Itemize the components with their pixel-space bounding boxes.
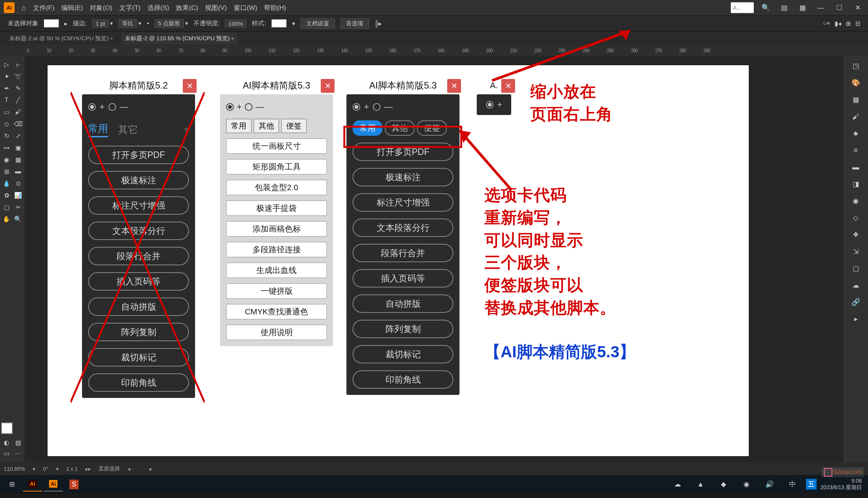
prefs-button[interactable]: 首选项 (340, 18, 369, 29)
script-button[interactable]: 印前角线 (353, 370, 453, 389)
transparency-icon[interactable]: ◨ (849, 177, 863, 191)
symbols-icon[interactable]: ♣ (849, 127, 863, 140)
menu-file[interactable]: 文件(F) (33, 3, 54, 12)
brush-tool[interactable]: 🖌 (13, 107, 23, 117)
stroke-width[interactable]: 1 pt (92, 20, 108, 28)
rotate-tool[interactable]: ↻ (1, 130, 12, 141)
hand-tool[interactable]: ✋ (1, 214, 12, 224)
rotation[interactable]: 0° (43, 466, 48, 472)
fill-swatch[interactable] (44, 19, 59, 28)
gradient-tool[interactable]: ▬ (13, 166, 23, 177)
script-button[interactable]: 裁切标记 (88, 348, 189, 367)
script-button[interactable]: 文本段落分行 (353, 219, 453, 237)
shaper-tool[interactable]: ◇ (1, 118, 12, 129)
width-tool[interactable]: ⊶ (1, 142, 12, 153)
actions-icon[interactable]: ▸ (849, 312, 863, 326)
direct-selection-tool[interactable]: ▹ (13, 59, 23, 70)
pen-tool[interactable]: ✒ (1, 83, 12, 94)
script-button[interactable]: 使用说明 (226, 325, 327, 340)
comment-icon[interactable]: ⊟ (855, 20, 860, 27)
free-transform-tool[interactable]: ▣ (13, 142, 23, 153)
script-button[interactable]: 段落行合并 (88, 247, 189, 265)
artboard-tool[interactable]: ▢ (1, 202, 12, 212)
color-mode[interactable]: ◐ (1, 437, 12, 448)
tab-common[interactable]: 常用 (88, 122, 108, 137)
script-button[interactable]: 段落行合并 (353, 244, 453, 262)
tab-notes[interactable]: 便签 (281, 119, 307, 133)
slice-tool[interactable]: ✂ (13, 202, 23, 212)
script-button[interactable]: 文本段落分行 (88, 222, 189, 240)
zoom-level[interactable]: 110.65% (4, 466, 25, 472)
script-button[interactable]: 裁切标记 (353, 345, 453, 363)
close-panel-button[interactable]: ✕ (183, 79, 197, 93)
close-button[interactable]: ✕ (851, 3, 864, 13)
menu-effect[interactable]: 效果(C) (176, 3, 198, 12)
swatches-icon[interactable]: ▦ (849, 93, 863, 107)
illustrator-app[interactable]: Ai (23, 477, 42, 491)
links-icon[interactable]: 🔗 (849, 295, 863, 309)
canvas[interactable]: 脚本精简版5.2 ✕ +— 常用 其它 » 打开多页PDF 极速标注 标注尺寸增… (25, 56, 843, 462)
radio-2[interactable] (245, 103, 253, 111)
rect-tool[interactable]: ▭ (1, 107, 12, 117)
shape-builder-tool[interactable]: ◉ (1, 154, 12, 165)
close-icon[interactable]: × (110, 36, 113, 41)
ime-icon-2[interactable]: 五 (806, 479, 817, 490)
eraser-tool[interactable]: ⌫ (13, 118, 23, 129)
app-3[interactable]: S (64, 477, 84, 491)
maximize-button[interactable]: ☐ (833, 3, 846, 13)
script-button[interactable]: 一键拼版 (226, 283, 327, 299)
script-button[interactable]: 极速标注 (353, 168, 453, 186)
properties-icon[interactable]: ◳ (849, 59, 863, 73)
script-button[interactable]: 阵列复制 (88, 323, 189, 341)
radio-1[interactable] (226, 103, 234, 111)
script-button[interactable]: 统一画板尺寸 (226, 138, 327, 154)
mesh-tool[interactable]: ⊞ (1, 166, 12, 177)
radio-1[interactable] (486, 101, 494, 108)
asset-export-icon[interactable]: ⇲ (849, 245, 863, 258)
screen-mode[interactable]: ▭ (1, 448, 12, 459)
search-icon[interactable]: 🔍 (759, 3, 772, 13)
type-tool[interactable]: T (1, 95, 12, 105)
selection-tool[interactable]: ▷ (1, 59, 12, 70)
symbol-tool[interactable]: ✿ (1, 190, 12, 201)
doc-tab-2[interactable]: 未标题-2 @ 110.65 % (CMYK/CPU 预览)× (121, 33, 238, 44)
curvature-tool[interactable]: ✎ (13, 83, 23, 94)
doc-tab-1[interactable]: 未标题-2.ai @ 50 % (CMYK/CPU 预览)× (5, 33, 116, 44)
minimize-button[interactable]: — (814, 3, 827, 13)
script-button[interactable]: 标注尺寸增强 (88, 196, 189, 215)
doc-setup-button[interactable]: 文档设置 (300, 18, 335, 29)
graph-tool[interactable]: 📊 (13, 190, 23, 201)
gradient-icon[interactable]: ▬ (849, 160, 863, 174)
zoom-tool[interactable]: 🔍 (13, 214, 23, 224)
menu-help[interactable]: 帮助(H) (264, 3, 286, 12)
stroke-icon[interactable]: ≡ (849, 143, 863, 157)
arrange-icon[interactable]: ▤ (778, 3, 791, 13)
fill-stroke-swatch[interactable] (1, 422, 13, 434)
menu-type[interactable]: 文字(T) (119, 3, 141, 12)
scale-tool[interactable]: ⤢ (13, 130, 23, 141)
brushes-icon[interactable]: 🖌 (849, 110, 863, 123)
radio-1[interactable] (88, 103, 96, 111)
appearance-icon[interactable]: ◉ (849, 194, 863, 208)
opacity-value[interactable]: 100% (225, 20, 246, 28)
radio-2[interactable] (108, 103, 116, 111)
artboards-icon[interactable]: ▢ (849, 261, 863, 275)
radio-2[interactable] (373, 103, 381, 111)
libraries-icon[interactable]: ☁ (849, 278, 863, 292)
close-icon[interactable]: × (231, 36, 234, 41)
close-panel-button[interactable]: ✕ (321, 79, 335, 93)
illustrator-app-2[interactable]: Ai (44, 477, 63, 491)
tray-icon[interactable]: ◆ (714, 477, 733, 491)
volume-icon[interactable]: 🔊 (760, 477, 779, 491)
script-button[interactable]: 多段路径连接 (226, 242, 327, 257)
style-swatch[interactable] (271, 19, 287, 28)
graphic-styles-icon[interactable]: ◇ (849, 211, 863, 225)
script-button[interactable]: 极速标注 (88, 171, 189, 189)
script-button[interactable]: 自动拼版 (353, 294, 453, 313)
tray-icon[interactable]: ☁ (668, 477, 687, 491)
panel-toggle-icon[interactable]: ▮◂ (835, 20, 841, 27)
script-button[interactable]: 插入页码等 (353, 269, 453, 288)
close-panel-button[interactable]: ✕ (447, 79, 461, 93)
scale-mode[interactable]: 等比 (118, 19, 137, 28)
grid-icon[interactable]: ⊞ (846, 20, 851, 27)
